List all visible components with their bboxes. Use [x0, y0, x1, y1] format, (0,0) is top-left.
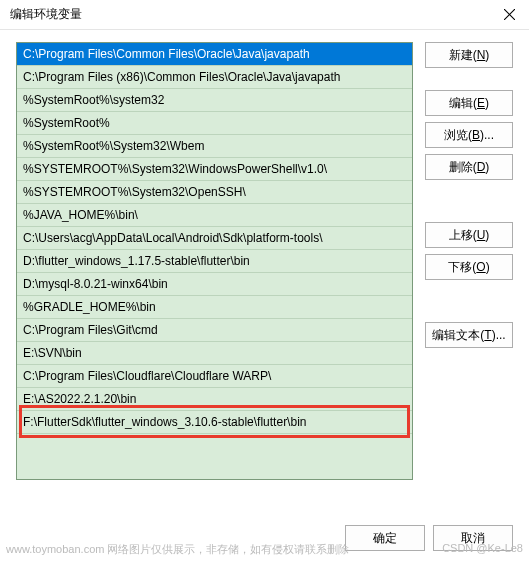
move-up-button[interactable]: 上移(U): [425, 222, 513, 248]
path-entry[interactable]: %SystemRoot%: [17, 112, 412, 135]
dialog-content: C:\Program Files\Common Files\Oracle\Jav…: [0, 30, 529, 488]
path-entry[interactable]: C:\Program Files\Common Files\Oracle\Jav…: [17, 43, 412, 66]
button-column: 新建(N) 编辑(E) 浏览(B)... 删除(D) 上移(U) 下移(O) 编…: [425, 42, 513, 480]
close-button[interactable]: [499, 5, 519, 25]
watermark-left: www.toymoban.com 网络图片仅供展示，非存储，如有侵权请联系删除: [6, 543, 349, 555]
edit-button[interactable]: 编辑(E): [425, 90, 513, 116]
new-button[interactable]: 新建(N): [425, 42, 513, 68]
watermark-right: CSDN @Ke-Le8: [442, 542, 523, 554]
path-list[interactable]: C:\Program Files\Common Files\Oracle\Jav…: [16, 42, 413, 480]
path-entry[interactable]: D:\mysql-8.0.21-winx64\bin: [17, 273, 412, 296]
path-entry[interactable]: C:\Users\acg\AppData\Local\Android\Sdk\p…: [17, 227, 412, 250]
path-entry[interactable]: E:\AS2022.2.1.20\bin: [17, 388, 412, 411]
close-icon: [504, 9, 515, 20]
path-entry[interactable]: C:\Program Files\Git\cmd: [17, 319, 412, 342]
path-entry[interactable]: %SYSTEMROOT%\System32\OpenSSH\: [17, 181, 412, 204]
edit-text-button[interactable]: 编辑文本(T)...: [425, 322, 513, 348]
window-title: 编辑环境变量: [10, 6, 82, 23]
path-entry[interactable]: C:\Program Files\Cloudflare\Cloudflare W…: [17, 365, 412, 388]
move-down-button[interactable]: 下移(O): [425, 254, 513, 280]
path-entry[interactable]: E:\SVN\bin: [17, 342, 412, 365]
path-entry[interactable]: D:\flutter_windows_1.17.5-stable\flutter…: [17, 250, 412, 273]
spacer: [425, 186, 513, 216]
watermark: CSDN @Ke-Le8 www.toymoban.com 网络图片仅供展示，非…: [6, 542, 523, 557]
browse-button[interactable]: 浏览(B)...: [425, 122, 513, 148]
path-entry[interactable]: %SystemRoot%\system32: [17, 89, 412, 112]
path-entry[interactable]: C:\Program Files (x86)\Common Files\Orac…: [17, 66, 412, 89]
path-entry[interactable]: F:\FlutterSdk\flutter_windows_3.10.6-sta…: [17, 411, 412, 434]
titlebar: 编辑环境变量: [0, 0, 529, 30]
path-entry[interactable]: %SYSTEMROOT%\System32\WindowsPowerShell\…: [17, 158, 412, 181]
spacer: [425, 74, 513, 84]
path-entry[interactable]: %SystemRoot%\System32\Wbem: [17, 135, 412, 158]
path-entry[interactable]: %GRADLE_HOME%\bin: [17, 296, 412, 319]
spacer: [425, 286, 513, 316]
delete-button[interactable]: 删除(D): [425, 154, 513, 180]
path-entry[interactable]: %JAVA_HOME%\bin\: [17, 204, 412, 227]
